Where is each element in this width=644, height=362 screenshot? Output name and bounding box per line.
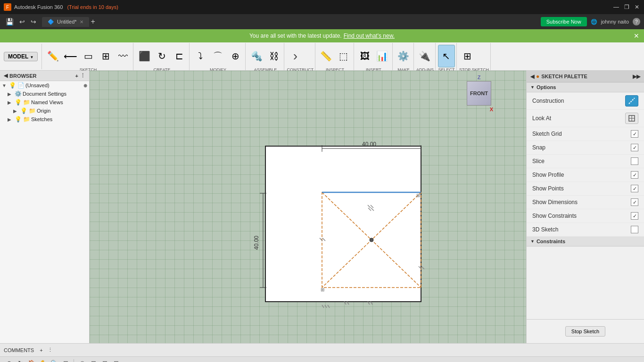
svg-line-10: [328, 305, 330, 308]
pan-button[interactable]: ✋: [38, 358, 48, 362]
orbit-button[interactable]: ↻: [15, 358, 25, 362]
browser-add-button[interactable]: +: [75, 73, 78, 79]
insert-image-button[interactable]: 🖼: [356, 45, 373, 67]
construction-label: Construction: [532, 98, 564, 104]
sketch-pattern-button[interactable]: ⊞: [97, 45, 114, 67]
browser-title: BROWSER: [9, 73, 36, 79]
show-points-checkbox[interactable]: ✓: [631, 185, 638, 192]
active-tab[interactable]: 🔷 Untitled* ✕: [42, 17, 89, 27]
banner-close-button[interactable]: ✕: [634, 32, 639, 40]
browser-item-docsettings[interactable]: ▶ ⚙️ Document Settings: [0, 90, 89, 98]
snap-checkbox[interactable]: ✓: [631, 144, 638, 151]
show-profile-checkbox[interactable]: ✓: [631, 171, 638, 179]
tab-title: Untitled*: [57, 19, 77, 25]
slice-checkbox[interactable]: [631, 157, 638, 165]
restore-button[interactable]: ❐: [623, 4, 630, 10]
trial-text: (Trial ends in 10 days): [67, 4, 118, 10]
new-component-button[interactable]: 🔩: [248, 45, 265, 67]
model-dropdown[interactable]: MODEL ▼: [4, 52, 38, 61]
comments-divider-icon[interactable]: ⋮: [48, 347, 53, 353]
browser-item-unsaved[interactable]: ▼ 💡 📄 (Unsaved) ⊕: [0, 81, 89, 90]
show-dimensions-checkbox[interactable]: ✓: [631, 198, 638, 206]
insert-svg-button[interactable]: 📊: [374, 45, 391, 67]
whats-new-link[interactable]: Find out what's new.: [344, 33, 395, 39]
palette-dot-icon: ●: [536, 73, 539, 80]
user-name: johnny naito: [601, 19, 629, 25]
browser-options-button[interactable]: ⋮: [80, 73, 85, 79]
zoom-button[interactable]: 🔍: [49, 358, 59, 362]
combine-button[interactable]: ⊕: [227, 45, 244, 67]
app-icon: F: [4, 3, 11, 11]
create-section: ⬛ ↻ ⊏ CREATE: [134, 43, 190, 70]
view-cube-front[interactable]: FRONT: [467, 81, 491, 106]
light-icon: 💡: [14, 99, 22, 106]
revolve-button[interactable]: ↻: [153, 45, 170, 67]
browser-item-sketches[interactable]: ▶ 💡 📁 Sketches: [0, 115, 89, 123]
undo-button[interactable]: ↩: [17, 17, 27, 26]
sketch-grid-checkbox[interactable]: ✓: [631, 130, 638, 138]
palette-collapse-icon[interactable]: ◀: [530, 74, 534, 80]
select-button[interactable]: ↖: [438, 45, 455, 67]
new-tab-button[interactable]: +: [91, 17, 95, 26]
sketch-3d-row: 3D Sketch: [527, 223, 644, 237]
joint-button[interactable]: ⛓: [265, 45, 282, 67]
zoom-fit-button[interactable]: ⊡: [60, 358, 71, 362]
construction-button[interactable]: [625, 95, 638, 107]
snap-settings-button[interactable]: ⊠: [99, 358, 110, 362]
comments-add-button[interactable]: +: [40, 347, 42, 353]
sketch-create-button[interactable]: ✏️: [44, 45, 61, 67]
browser-item-namedviews[interactable]: ▶ 💡 📁 Named Views: [0, 98, 89, 107]
viewport-settings-button[interactable]: ⊡: [111, 358, 121, 362]
subscribe-button[interactable]: Subscribe Now: [541, 17, 587, 26]
sketch-section: ✏️ ⟵ ▭ ⊞ 〰 SKETCH: [43, 43, 133, 70]
tab-close-button[interactable]: ✕: [80, 19, 83, 25]
sketch-viewport[interactable]: 40.00 40.00: [90, 71, 526, 343]
extrude-button[interactable]: ⬛: [136, 45, 153, 67]
look-at-button[interactable]: [625, 113, 638, 124]
close-button[interactable]: ✕: [634, 4, 640, 10]
view-cube[interactable]: Z FRONT X: [465, 74, 493, 103]
show-constraints-checkbox[interactable]: ✓: [631, 212, 638, 220]
minimize-button[interactable]: —: [613, 4, 619, 10]
show-profile-row: Show Profile ✓: [527, 168, 644, 182]
display-mode-button[interactable]: ◉: [77, 358, 87, 362]
unsaved-options-icon[interactable]: ⊕: [83, 83, 87, 88]
make-button[interactable]: ⚙️: [395, 45, 412, 67]
redo-button[interactable]: ↪: [29, 17, 38, 26]
canvas-area[interactable]: 40.00 40.00: [90, 71, 526, 343]
help-button[interactable]: ?: [633, 18, 640, 25]
folder-icon-3: 📁: [28, 107, 36, 114]
inspect-section: 📏 ⬚ INSPECT: [316, 43, 354, 70]
sketch-finish-button[interactable]: ⟵: [62, 45, 79, 67]
addins-button[interactable]: 🔌: [416, 45, 433, 67]
sweep-button[interactable]: ⊏: [171, 45, 188, 67]
sketch-spline-button[interactable]: 〰: [115, 45, 132, 67]
save-button[interactable]: 💾: [4, 17, 16, 26]
toolbar-divider-1: [74, 359, 74, 362]
sketch-rect-button[interactable]: ▭: [80, 45, 97, 67]
select-section: ↖ SELECT: [437, 43, 457, 70]
stop-sketch-button[interactable]: Stop Sketch: [565, 326, 605, 337]
grid-settings-button[interactable]: ⊞: [88, 358, 99, 362]
modify-section: ⤵ ⌒ ⊕ MODIFY: [190, 43, 246, 70]
sketch-3d-checkbox[interactable]: [631, 226, 638, 233]
browser-item-origin[interactable]: ▶ 💡 📁 Origin: [0, 107, 89, 115]
center-fit-button[interactable]: ⊕: [4, 358, 14, 362]
comments-label: COMMENTS: [4, 347, 34, 353]
z-axis-label: Z: [478, 74, 481, 80]
construct-plane-button[interactable]: ›: [287, 45, 304, 67]
press-pull-button[interactable]: ⤵: [192, 45, 209, 67]
collapse-browser-icon[interactable]: ◀: [4, 73, 8, 79]
home-button[interactable]: 🏠: [26, 358, 37, 362]
measure-button[interactable]: 📏: [318, 45, 335, 67]
insert-section: 🖼 📊 INSERT: [355, 43, 393, 70]
constraints-section-header[interactable]: ▼ Constraints: [527, 237, 644, 247]
fillet-button[interactable]: ⌒: [209, 45, 226, 67]
stop-sketch-toolbar-button[interactable]: ⊞: [459, 45, 476, 67]
options-section-header[interactable]: ▼ Options: [527, 82, 644, 92]
unsaved-label: (Unsaved): [25, 82, 50, 88]
zebra-button[interactable]: ⬚: [335, 45, 352, 67]
origin-label: Origin: [37, 108, 50, 114]
palette-expand-icon[interactable]: ▶▶: [633, 74, 640, 80]
update-banner: You are all set with the latest update. …: [0, 29, 644, 42]
